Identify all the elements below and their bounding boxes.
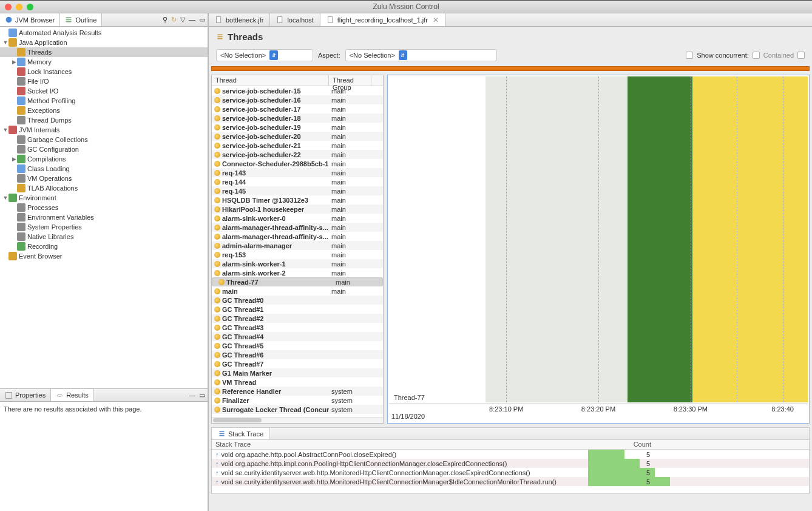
maximize-window-icon[interactable] (27, 4, 33, 10)
table-row[interactable]: GC Thread#6 (212, 350, 383, 359)
tree-item[interactable]: VM Operations (0, 174, 208, 183)
tree-item[interactable]: File I/O (0, 76, 208, 86)
table-row[interactable]: alarm-sink-worker-1main (212, 259, 383, 268)
table-row[interactable]: HikariPool-1 housekeepermain (212, 205, 383, 214)
tab-outline[interactable]: Outline (60, 13, 102, 26)
table-row[interactable]: Surrogate Locker Thread (Concur...system (212, 405, 383, 414)
extra-checkbox[interactable] (797, 52, 805, 59)
stack-row[interactable]: ↑void se.curity.identityserver.web.http.… (212, 477, 809, 486)
table-row[interactable]: Connector-Scheduler-2988b5cb-1main (212, 159, 383, 168)
minimize-window-icon[interactable] (16, 4, 22, 10)
tree-item[interactable]: TLAB Allocations (0, 183, 208, 193)
action-icon[interactable]: ▽ (180, 16, 185, 24)
col-stack-trace[interactable]: Stack Trace (212, 440, 588, 449)
twisty-icon[interactable]: ▼ (2, 127, 8, 133)
tree-item[interactable]: Method Profiling (0, 96, 208, 106)
close-window-icon[interactable] (5, 4, 12, 10)
twisty-icon[interactable]: ▼ (2, 195, 8, 201)
editor-tab[interactable]: localhost (270, 13, 320, 26)
table-row[interactable]: service-job-scheduler-21main (212, 141, 383, 150)
table-row[interactable]: req-144main (212, 177, 383, 186)
action-icon[interactable]: — (189, 16, 195, 24)
table-row[interactable]: alarm-sink-worker-0main (212, 214, 383, 223)
tab-stack-trace[interactable]: Stack Trace (212, 428, 270, 439)
tree-item[interactable]: Socket I/O (0, 86, 208, 96)
stack-row[interactable]: ↑void org.apache.http.impl.conn.PoolingH… (212, 459, 809, 468)
action-icon[interactable]: ▭ (199, 16, 205, 24)
table-body[interactable]: service-job-scheduler-15mainservice-job-… (212, 86, 383, 417)
action-icon[interactable]: ⚲ (163, 16, 167, 24)
table-row[interactable]: Finalizersystem (212, 396, 383, 405)
twisty-icon[interactable]: ▶ (11, 59, 17, 65)
table-row[interactable]: GC Thread#1 (212, 305, 383, 314)
stack-row[interactable]: ↑void org.apache.http.pool.AbstractConnP… (212, 450, 809, 459)
tree-item[interactable]: Lock Instances (0, 67, 208, 76)
twisty-icon[interactable]: ▼ (2, 39, 8, 46)
tab-results[interactable]: Results (51, 389, 94, 401)
tree-item[interactable]: ▼Java Application (0, 38, 208, 47)
tree-item[interactable]: Thread Dumps (0, 115, 208, 125)
table-row[interactable]: service-job-scheduler-20main (212, 132, 383, 141)
twisty-icon[interactable]: ▶ (11, 156, 17, 162)
action-icon[interactable]: ▭ (199, 391, 205, 399)
tab-jvm-browser[interactable]: JVM Browser (0, 13, 60, 26)
table-row[interactable]: req-143main (212, 168, 383, 177)
table-row[interactable]: service-job-scheduler-22main (212, 150, 383, 159)
stack-body[interactable]: ↑void org.apache.http.pool.AbstractConnP… (212, 450, 809, 493)
tree-item[interactable]: Environment Variables (0, 212, 208, 222)
tree-item[interactable]: ▼JVM Internals (0, 125, 208, 135)
tree-item[interactable]: Class Loading (0, 164, 208, 174)
table-row[interactable]: alarm-sink-worker-2main (212, 268, 383, 277)
table-row[interactable]: service-job-scheduler-18main (212, 113, 383, 123)
col-thread-group[interactable]: Thread Group (329, 75, 371, 86)
tree-item[interactable]: ▶Compilations (0, 154, 208, 164)
table-row[interactable]: GC Thread#7 (212, 359, 383, 368)
table-row[interactable]: GC Thread#3 (212, 323, 383, 332)
table-row[interactable]: VM Thread (212, 377, 383, 387)
action-icon[interactable]: — (189, 391, 195, 399)
tree-item[interactable]: Event Browser (0, 251, 208, 261)
table-row[interactable]: GC Thread#0 (212, 296, 383, 305)
tree-item[interactable]: Threads (0, 47, 208, 57)
table-row[interactable]: service-job-scheduler-15main (212, 86, 383, 95)
tree-item[interactable]: Processes (0, 203, 208, 212)
tree-item[interactable]: ▶Memory (0, 57, 208, 67)
table-row[interactable]: mainmain (212, 286, 383, 296)
tree-item[interactable]: System Properties (0, 222, 208, 232)
table-row[interactable]: service-job-scheduler-17main (212, 104, 383, 113)
horizontal-scrollbar[interactable] (212, 417, 383, 423)
aspect-dropdown[interactable]: <No Selection> ⇵ (345, 49, 497, 61)
table-row[interactable]: admin-alarm-managermain (212, 241, 383, 250)
tree-item[interactable]: GC Configuration (0, 144, 208, 154)
action-icon[interactable]: ↻ (171, 16, 177, 24)
table-row[interactable]: alarm-manager-thread-affinity-s...main (212, 232, 383, 241)
tree-item[interactable]: Exceptions (0, 106, 208, 115)
table-row[interactable]: Reference Handlersystem (212, 387, 383, 396)
table-row[interactable]: Thread-77main (212, 277, 383, 286)
tree-item[interactable]: ▼Environment (0, 193, 208, 203)
table-row[interactable]: GC Thread#5 (212, 341, 383, 350)
contained-checkbox[interactable] (753, 52, 760, 59)
tree-item[interactable]: Recording (0, 242, 208, 251)
timeline-overview[interactable] (211, 66, 810, 71)
table-row[interactable]: service-job-scheduler-16main (212, 95, 383, 104)
table-row[interactable]: G1 Main Marker (212, 368, 383, 377)
col-count[interactable]: Count (588, 440, 655, 449)
selection-dropdown[interactable]: <No Selection> ⇵ (216, 49, 313, 61)
show-concurrent-checkbox[interactable] (686, 52, 693, 59)
editor-tab[interactable]: bottleneck.jfr (209, 13, 270, 26)
col-thread[interactable]: Thread (212, 75, 329, 86)
table-row[interactable]: GC Thread#4 (212, 332, 383, 341)
table-row[interactable]: alarm-manager-thread-affinity-s...main (212, 223, 383, 232)
editor-tab[interactable]: flight_recording_localhost_1.jfr✕ (320, 13, 445, 26)
close-tab-icon[interactable]: ✕ (433, 16, 439, 24)
stack-row[interactable]: ↑void se.curity.identityserver.web.http.… (212, 468, 809, 477)
thread-timeline-chart[interactable]: Thread-77 11/18/2020 8:23:10 PM8:23:20 P… (387, 75, 810, 424)
table-row[interactable]: req-153main (212, 250, 383, 259)
table-row[interactable]: service-job-scheduler-19main (212, 123, 383, 132)
tab-properties[interactable]: Properties (0, 389, 51, 401)
table-row[interactable]: req-145main (212, 186, 383, 195)
outline-tree[interactable]: Automated Analysis Results▼Java Applicat… (0, 27, 208, 388)
tree-item[interactable]: Automated Analysis Results (0, 28, 208, 38)
tree-item[interactable]: Garbage Collections (0, 135, 208, 144)
